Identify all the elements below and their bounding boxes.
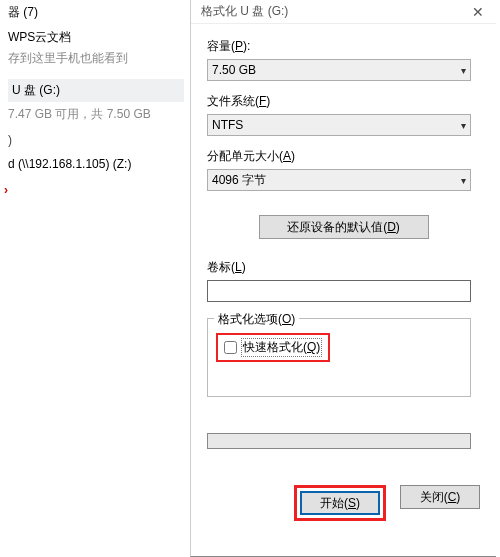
- volume-label-input[interactable]: [207, 280, 471, 302]
- network-drive-item[interactable]: d (\\192.168.1.105) (Z:): [8, 157, 184, 171]
- filesystem-select[interactable]: NTFS ▾: [207, 114, 471, 136]
- progress-bar: [207, 433, 471, 449]
- start-button[interactable]: 开始(S): [300, 491, 380, 515]
- red-marker: ›: [4, 183, 184, 197]
- format-options-group: 格式化选项(O) 快速格式化(Q): [207, 318, 471, 397]
- quick-format-checkbox[interactable]: [224, 341, 237, 354]
- udisk-title: U 盘 (G:): [12, 82, 180, 99]
- format-options-legend: 格式化选项(O): [214, 311, 299, 328]
- capacity-value: 7.50 GB: [212, 63, 256, 77]
- quick-format-highlight: 快速格式化(Q): [216, 333, 330, 362]
- capacity-select[interactable]: 7.50 GB ▾: [207, 59, 471, 81]
- filesystem-label: 文件系统(F): [207, 93, 480, 110]
- capacity-label: 容量(P):: [207, 38, 480, 55]
- allocation-label: 分配单元大小(A): [207, 148, 480, 165]
- devices-header: 器 (7): [8, 4, 184, 21]
- close-button[interactable]: 关闭(C): [400, 485, 480, 509]
- wps-cloud-subtitle: 存到这里手机也能看到: [8, 50, 184, 67]
- chevron-down-icon: ▾: [461, 65, 466, 76]
- volume-label-label: 卷标(L): [207, 259, 480, 276]
- chevron-down-icon: ▾: [461, 120, 466, 131]
- filesystem-value: NTFS: [212, 118, 243, 132]
- allocation-select[interactable]: 4096 字节 ▾: [207, 169, 471, 191]
- restore-defaults-button[interactable]: 还原设备的默认值(D): [259, 215, 429, 239]
- allocation-value: 4096 字节: [212, 172, 266, 189]
- close-icon[interactable]: ✕: [466, 4, 490, 20]
- format-dialog: 格式化 U 盘 (G:) ✕ 容量(P): 7.50 GB ▾ 文件系统(F) …: [190, 0, 496, 557]
- dialog-title: 格式化 U 盘 (G:): [201, 3, 288, 20]
- chevron-down-icon: ▾: [461, 175, 466, 186]
- dialog-button-row: 开始(S) 关闭(C): [207, 485, 480, 521]
- stray-paren: ): [8, 133, 184, 147]
- dialog-titlebar: 格式化 U 盘 (G:) ✕: [191, 0, 496, 24]
- wps-cloud-item[interactable]: WPS云文档 存到这里手机也能看到: [8, 29, 184, 67]
- wps-cloud-title: WPS云文档: [8, 29, 184, 46]
- udisk-item-selected[interactable]: U 盘 (G:): [8, 79, 184, 102]
- start-button-highlight: 开始(S): [294, 485, 386, 521]
- network-drive-title: d (\\192.168.1.105) (Z:): [8, 157, 184, 171]
- udisk-capacity: 7.47 GB 可用，共 7.50 GB: [8, 106, 184, 123]
- explorer-sidebar: 器 (7) WPS云文档 存到这里手机也能看到 U 盘 (G:) 7.47 GB…: [0, 0, 190, 557]
- quick-format-label[interactable]: 快速格式化(Q): [241, 338, 322, 357]
